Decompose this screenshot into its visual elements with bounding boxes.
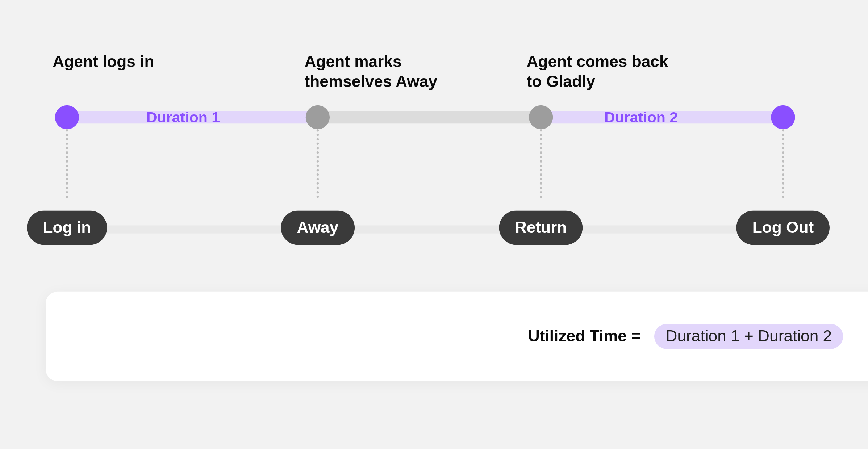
event-label-away: Agent marks themselves Away (305, 51, 465, 92)
duration-1-label: Duration 1 (146, 109, 220, 126)
event-label-login: Agent logs in (53, 51, 154, 71)
pill-row-bar (67, 226, 783, 234)
pill-away: Away (281, 210, 354, 245)
summary-lhs: Utilized Time = (528, 327, 640, 346)
timeline: Agent logs in Agent marks themselves Awa… (0, 34, 868, 247)
top-labels-row: Agent logs in Agent marks themselves Awa… (0, 34, 868, 103)
pill-return: Return (499, 210, 583, 245)
segment-idle (318, 111, 541, 124)
dot-login (55, 105, 79, 129)
pill-row: Log in Away Return Log Out (0, 210, 868, 247)
event-label-return: Agent comes back to Gladly (527, 51, 676, 92)
summary-rhs: Duration 1 + Duration 2 (654, 324, 843, 349)
dot-logout (771, 105, 795, 129)
connector-logout (782, 129, 784, 198)
dot-away (306, 105, 330, 129)
connector-return (540, 129, 542, 198)
summary-card: Utilized Time = Duration 1 + Duration 2 (46, 292, 868, 381)
connector-login (66, 129, 68, 198)
connector-away (317, 129, 319, 198)
pill-logout: Log Out (736, 210, 830, 245)
timeline-bar: Duration 1 Duration 2 (0, 103, 868, 130)
duration-2-label: Duration 2 (604, 109, 678, 126)
dot-return (529, 105, 553, 129)
pill-login: Log in (27, 210, 107, 245)
